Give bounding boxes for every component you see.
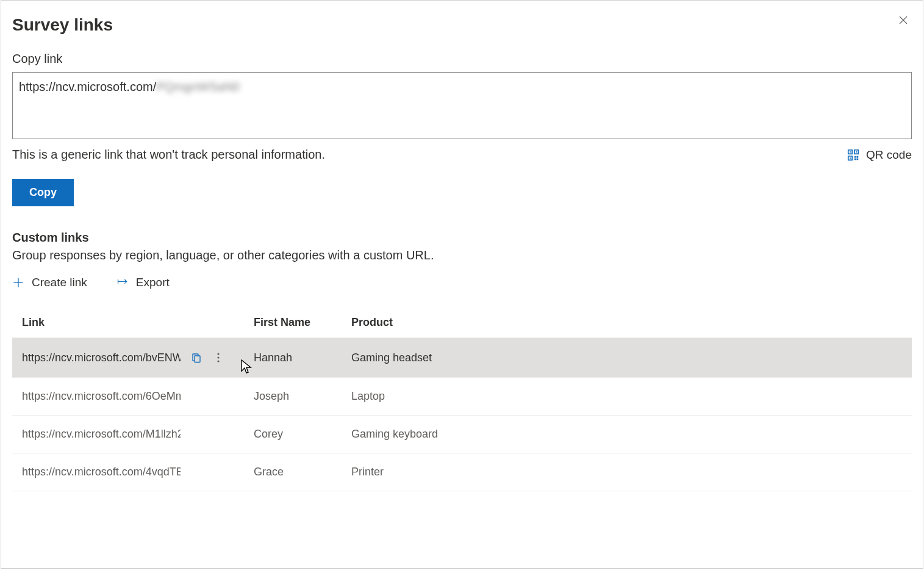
custom-links-table: Link First Name Product https://ncv.micr… [12,308,912,491]
survey-links-panel: Survey links Copy link https://ncv.micro… [1,0,923,569]
svg-point-17 [217,353,219,355]
link-text: https://ncv.microsoft.com/4vqdTB [22,466,181,478]
th-product[interactable]: Product [342,308,912,338]
cell-first-name: Grace [244,453,342,491]
svg-point-18 [217,356,219,358]
export-label: Export [136,276,170,289]
svg-rect-10 [854,158,856,160]
qr-code-icon [847,148,860,162]
cell-product: Laptop [342,378,912,416]
th-link[interactable]: Link [12,308,244,338]
create-link-label: Create link [32,276,87,289]
copy-link-desc-row: This is a generic link that won't track … [12,148,912,162]
row-more-button[interactable] [212,350,224,365]
custom-links-description: Group responses by region, language, or … [12,248,912,262]
more-vertical-icon [217,353,220,363]
panel-title: Survey links [12,15,912,35]
link-text: https://ncv.microsoft.com/6OeMm [22,390,181,403]
copy-link-label: Copy link [12,52,912,66]
create-link-button[interactable]: Create link [12,276,87,289]
svg-rect-3 [850,151,851,153]
custom-links-section: Custom links Group responses by region, … [12,231,912,491]
copy-row-link-button[interactable] [189,350,204,365]
svg-rect-11 [857,158,859,160]
close-icon [898,15,909,26]
svg-rect-9 [857,156,859,157]
table-row[interactable]: https://ncv.microsoft.com/6OeMmJosephLap… [12,378,912,416]
custom-links-actions: Create link Export [12,276,912,289]
copy-link-field[interactable]: https://ncv.microsoft.com/PQmgnWSaN0 [12,72,912,139]
svg-rect-8 [854,156,856,157]
table-row[interactable]: https://ncv.microsoft.com/M1llzh2CoreyGa… [12,416,912,453]
svg-rect-16 [195,356,200,363]
cell-first-name: Joseph [244,378,342,416]
custom-links-title: Custom links [12,231,912,245]
cell-product: Gaming keyboard [342,416,912,453]
export-button[interactable]: Export [116,276,170,289]
export-icon [116,276,129,289]
cell-product: Printer [342,453,912,491]
link-text: https://ncv.microsoft.com/bvENW [22,352,181,364]
close-button[interactable] [894,10,913,30]
copy-link-description: This is a generic link that won't track … [12,148,325,162]
copy-button[interactable]: Copy [12,179,74,206]
table-row[interactable]: https://ncv.microsoft.com/bvENWHannahGam… [12,338,912,378]
copy-icon [191,352,202,363]
table-header-row: Link First Name Product [12,308,912,338]
qr-code-label: QR code [866,148,912,162]
link-text: https://ncv.microsoft.com/M1llzh2 [22,428,181,441]
copy-link-url-visible: https://ncv.microsoft.com/ [19,80,156,93]
svg-rect-7 [850,157,851,159]
svg-rect-5 [856,151,857,153]
table-row[interactable]: https://ncv.microsoft.com/4vqdTBGracePri… [12,453,912,491]
plus-icon [12,276,24,289]
copy-link-url-obscured: PQmgnWSaN0 [156,80,240,93]
qr-code-button[interactable]: QR code [847,148,912,162]
cell-first-name: Hannah [244,338,342,378]
cell-product: Gaming headset [342,338,912,378]
th-first-name[interactable]: First Name [244,308,342,338]
svg-point-19 [217,360,219,362]
cell-first-name: Corey [244,416,342,453]
